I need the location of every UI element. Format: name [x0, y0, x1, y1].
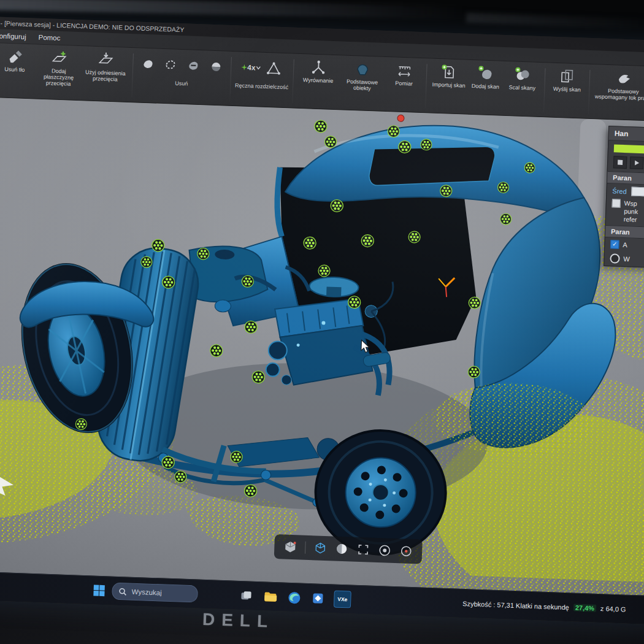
basic-objects-icon [355, 61, 371, 77]
panel-radio[interactable] [610, 253, 620, 264]
toolbar-group-delete: Usuń [136, 51, 227, 104]
record-button[interactable] [399, 544, 413, 558]
wire-cube-icon [314, 542, 327, 554]
alignment-axes-icon [310, 59, 327, 76]
toolbar-button-mesh-resolution[interactable] [263, 58, 285, 79]
toolbar-separator [131, 53, 134, 98]
vxelements-app-button[interactable]: VXe [334, 591, 351, 608]
file-explorer-button[interactable] [262, 588, 278, 605]
bezel-reflection [0, 0, 466, 19]
play-icon [633, 159, 640, 167]
add-cut-plane-icon [51, 50, 67, 66]
panel-value-input[interactable] [631, 186, 644, 196]
store-app-icon [312, 592, 324, 605]
fit-view-icon [357, 543, 370, 556]
use-cut-reference-icon [98, 52, 114, 68]
toolbar-button-use-cut-reference[interactable]: Użyj odniesienia przecięcia [82, 48, 129, 101]
toolbar-separator [305, 542, 306, 554]
measure-icon [396, 63, 413, 79]
toolbar-button-send-scan[interactable]: Wyślij skan [548, 66, 586, 117]
side-panel: Han Paran Śred Wsp punk [604, 126, 644, 270]
camera-icon [378, 544, 391, 557]
search-input[interactable] [130, 588, 177, 598]
app-status-bar: Szybkość : 57,31 Klatki na sekundę 27,4%… [462, 600, 626, 613]
send-scan-icon [559, 68, 576, 85]
bezel-reflection [466, 13, 644, 29]
sparkle-icon [241, 64, 247, 71]
toolbar-separator [229, 57, 232, 101]
toolbar-separator [588, 70, 591, 114]
edge-icon [288, 591, 301, 604]
viewport: Han Paran Śred Wsp punk [0, 97, 644, 597]
toolbar-button-brush-select[interactable] [137, 53, 159, 75]
chevron-down-icon [256, 66, 261, 69]
panel-wrapped-label: Wsp punk refer [624, 199, 638, 224]
toolbar-button-import-scan[interactable]: Importuj skan [430, 61, 467, 113]
toolbar-button-add-cut-plane[interactable]: Dodaj płaszczyznę przecięcia [35, 47, 82, 99]
memory-used-badge: 27,4% [573, 604, 597, 611]
taskbar-search[interactable] [112, 583, 198, 603]
panel-checkbox-unchecked[interactable] [611, 199, 620, 207]
shaded-sphere-icon [335, 543, 348, 556]
merge-scans-icon [515, 67, 531, 83]
start-button[interactable] [91, 582, 107, 599]
task-view-button[interactable] [238, 588, 255, 604]
toolbar-button-patch-selection[interactable] [205, 55, 227, 77]
toolbar-button-measure[interactable]: Pomiar [385, 59, 423, 111]
viewport-toolbar [274, 534, 423, 564]
menu-configure[interactable]: Konfiguruj [0, 32, 26, 40]
panel-link[interactable]: Śred [612, 187, 627, 195]
record-circle-icon [400, 545, 413, 558]
toolbar-group-resolution: 4x Ręczna rozdzielczość [234, 54, 289, 106]
toolbar-button-lasso-select[interactable] [160, 54, 182, 75]
memory-total: z 64,0 G [600, 605, 626, 613]
home-view-button[interactable] [283, 540, 297, 554]
toolbar-button-remove-background[interactable]: Usuń tło [0, 45, 36, 97]
panel-action-button[interactable] [613, 156, 627, 169]
remove-background-icon [7, 48, 23, 65]
toolbar-separator [543, 68, 546, 112]
fps-status: Szybkość : 57,31 Klatki na sekundę [462, 600, 569, 611]
edge-browser-button[interactable] [286, 589, 302, 606]
panel-checkbox-label: A [623, 241, 627, 248]
mesh-triangle-icon [266, 61, 282, 76]
monitor-brand-logo: DELL [202, 610, 274, 632]
toolbar-button-resolution-4x[interactable]: 4x [240, 57, 262, 79]
panel-radio-label: W [623, 255, 630, 263]
selection-brush-icon [140, 56, 156, 72]
toolbar-button-add-scan[interactable]: Dodaj skan [467, 63, 504, 114]
panel-title: Han [608, 126, 644, 144]
taskbar-app-icons: VXe [238, 587, 351, 608]
screenshot-button[interactable] [378, 543, 392, 558]
import-scan-icon [441, 64, 458, 80]
selection-lasso-icon [163, 57, 178, 72]
stop-icon [616, 159, 624, 166]
toolbar-separator [292, 59, 294, 104]
store-app-button[interactable] [310, 590, 326, 607]
panel-checkbox-checked[interactable]: ✓ [610, 240, 619, 248]
red-marker [397, 115, 404, 121]
toolbar-button-basic-objects[interactable]: Podstawowe obiekty [339, 58, 386, 110]
search-icon [118, 587, 126, 595]
toolbar-button-erase-selection[interactable] [183, 55, 204, 76]
toolbar-separator [425, 64, 427, 108]
task-view-icon [240, 589, 253, 602]
selection-eraser-icon [186, 58, 201, 73]
folder-icon [264, 591, 277, 602]
shaded-view-button[interactable] [335, 542, 349, 556]
orientation-cube-icon [284, 541, 297, 554]
guided-workflow-icon [616, 70, 632, 86]
panel-progress-bar [614, 144, 644, 155]
panel-progress-track [614, 144, 644, 156]
windows-logo-icon [93, 584, 105, 597]
add-scan-icon [478, 65, 494, 82]
fit-view-button[interactable] [356, 543, 370, 557]
menu-help[interactable]: Pomoc [38, 34, 60, 42]
toolbar-button-guided-workflow[interactable]: Podstawowy wspomagany tok pracy [593, 67, 644, 119]
selection-patch-icon [209, 59, 224, 74]
panel-action-button[interactable] [630, 156, 644, 169]
toolbar-button-merge-scans[interactable]: Scal skany [504, 64, 541, 115]
isometric-view-button[interactable] [313, 541, 328, 555]
toolbar-button-alignment[interactable]: Wyrównanie [297, 56, 339, 108]
3d-viewport-canvas[interactable] [0, 97, 644, 597]
